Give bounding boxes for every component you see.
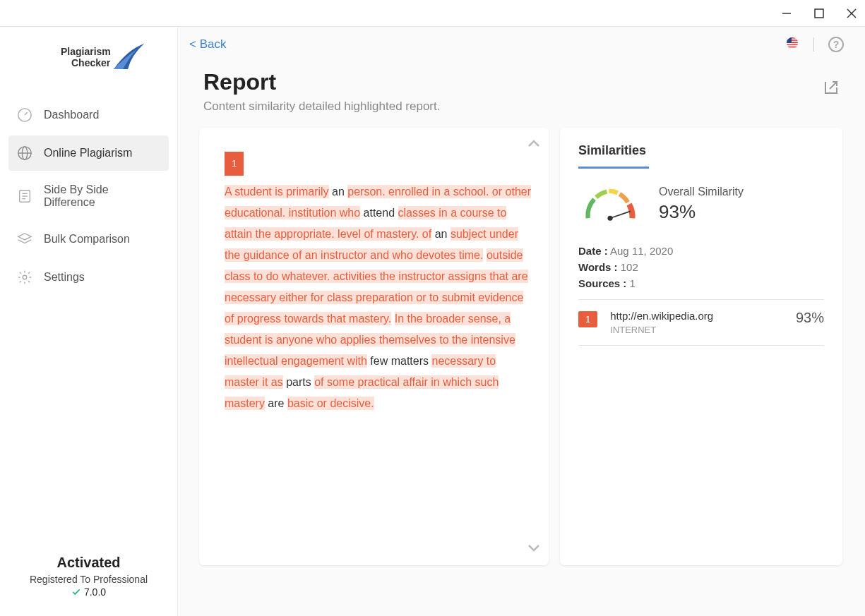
- overall-similarity-value: 93%: [659, 201, 744, 223]
- gear-icon: [17, 270, 32, 285]
- source-percentage: 93%: [796, 310, 824, 326]
- source-url: http://en.wikipedia.org: [610, 310, 783, 322]
- gauge-icon: [578, 183, 642, 225]
- maximize-button[interactable]: [813, 7, 825, 20]
- source-row[interactable]: 1 http://en.wikipedia.org INTERNET 93%: [578, 310, 824, 335]
- divider: [813, 37, 814, 52]
- svg-line-24: [610, 211, 631, 218]
- divider: [578, 345, 824, 346]
- layers-icon: [17, 231, 32, 247]
- nav-online-plagiarism[interactable]: Online Plagiarism: [8, 135, 169, 171]
- sidebar-footer: Activated Registered To Professional 7.0…: [0, 540, 177, 616]
- source-marker-badge: 1: [225, 152, 244, 176]
- document-icon: [17, 188, 32, 204]
- back-button[interactable]: < Back: [189, 37, 226, 52]
- tab-underline: [578, 167, 649, 169]
- svg-point-14: [23, 275, 27, 279]
- flag-icon[interactable]: [785, 37, 799, 52]
- check-icon: [71, 587, 81, 597]
- meta-sources: Sources : 1: [578, 277, 824, 289]
- svg-text:Plagiarism: Plagiarism: [61, 46, 111, 57]
- nav-settings[interactable]: Settings: [8, 260, 169, 295]
- nav-label: Online Plagiarism: [44, 147, 132, 159]
- meta-words: Words : 102: [578, 261, 824, 273]
- text-panel: 1 A student is primarily an person. enro…: [199, 128, 549, 565]
- page-title: Report: [203, 69, 440, 95]
- nav-label: Bulk Comparison: [44, 233, 130, 246]
- license-status: Activated: [0, 555, 177, 571]
- divider: [578, 299, 824, 300]
- scroll-up-icon[interactable]: [527, 138, 540, 150]
- export-icon[interactable]: [823, 79, 840, 99]
- app-logo: Plagiarism Checker: [0, 27, 177, 90]
- page-subtitle: Content similarity detailed highlighted …: [203, 99, 440, 114]
- similarities-panel: Similarities Overall Similarity 93: [560, 128, 842, 565]
- svg-rect-17: [785, 37, 799, 39]
- window-titlebar: [0, 0, 865, 27]
- svg-rect-1: [815, 9, 823, 18]
- nav-label: Settings: [44, 271, 85, 284]
- svg-text:Checker: Checker: [71, 57, 111, 68]
- source-type: INTERNET: [610, 325, 783, 335]
- nav-dashboard[interactable]: Dashboard: [8, 97, 169, 133]
- gauge-icon: [17, 107, 32, 123]
- nav-label: Dashboard: [44, 109, 99, 121]
- svg-rect-20: [785, 44, 799, 46]
- globe-icon: [17, 145, 32, 161]
- nav-label: Side By Side Difference: [44, 183, 160, 209]
- nav-side-by-side[interactable]: Side By Side Difference: [8, 174, 169, 219]
- sidebar: Plagiarism Checker Dashboard Online Plag…: [0, 27, 178, 616]
- close-button[interactable]: [845, 7, 858, 20]
- overall-similarity-label: Overall Similarity: [659, 186, 744, 198]
- svg-rect-21: [785, 47, 799, 48]
- svg-rect-22: [785, 37, 792, 43]
- nav-bulk-comparison[interactable]: Bulk Comparison: [8, 222, 169, 257]
- help-icon[interactable]: ?: [828, 37, 844, 52]
- app-version: 7.0.0: [0, 586, 177, 598]
- scroll-down-icon[interactable]: [527, 543, 540, 555]
- minimize-button[interactable]: [780, 7, 793, 20]
- license-registered: Registered To Professional: [0, 574, 177, 585]
- meta-date: Date : Aug 11, 2020: [578, 245, 824, 257]
- similarities-title: Similarities: [578, 143, 824, 167]
- source-badge: 1: [578, 311, 597, 327]
- report-text: 1 A student is primarily an person. enro…: [225, 152, 533, 414]
